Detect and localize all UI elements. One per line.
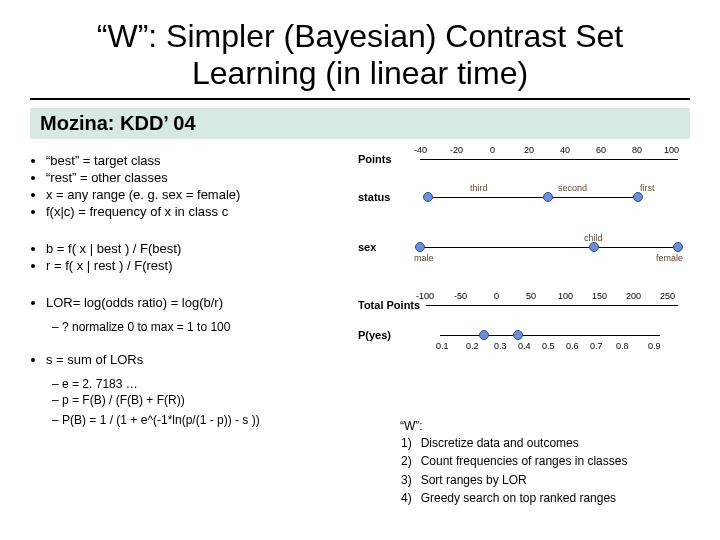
pts-t0: -40 <box>414 145 427 155</box>
marker-sex-male <box>415 242 425 252</box>
s-pb: P(B) = 1 / (1 + e^(-1*ln(p/(1 - p)) - s … <box>52 413 358 427</box>
val-child: child <box>584 233 603 243</box>
w-head: “W”: <box>400 418 700 434</box>
py-t4: 0.5 <box>542 341 555 351</box>
lor-formula: LOR= log(odds ratio) = log(b/r) <box>46 295 358 310</box>
py-t5: 0.6 <box>566 341 579 351</box>
tot-t2: 0 <box>494 291 499 301</box>
subtitle-bar: Mozina: KDD’ 04 <box>30 108 690 139</box>
lor-normalize: ? normalize 0 to max = 1 to 100 <box>52 320 358 334</box>
py-t1: 0.2 <box>466 341 479 351</box>
py-t0: 0.1 <box>436 341 449 351</box>
tot-t1: -50 <box>454 291 467 301</box>
pts-t2: 0 <box>490 145 495 155</box>
val-male: male <box>414 253 434 263</box>
definitions-list: “best” = target class “rest” = other cla… <box>46 153 358 219</box>
w-t1: Discretize data and outcomes <box>420 434 629 452</box>
py-t7: 0.8 <box>616 341 629 351</box>
axis-total <box>426 305 678 306</box>
w-t3: Sort ranges by LOR <box>420 471 629 489</box>
s-line: s = sum of LORs <box>46 352 358 367</box>
r-formula: r = f( x | rest ) / F(rest) <box>46 258 358 273</box>
marker-sex-female <box>673 242 683 252</box>
tot-t5: 150 <box>592 291 607 301</box>
w-t2: Count frequencies of ranges in classes <box>420 452 629 470</box>
pts-t3: 20 <box>524 145 534 155</box>
tot-t0: -100 <box>416 291 434 301</box>
val-female: female <box>656 253 683 263</box>
val-first: first <box>640 183 655 193</box>
py-t3: 0.4 <box>518 341 531 351</box>
w-steps-table: 1)Discretize data and outcomes 2)Count f… <box>400 434 628 507</box>
axis-pyes <box>440 335 660 336</box>
left-column: “best” = target class “rest” = other cla… <box>28 149 358 433</box>
marker-sex-child <box>589 242 599 252</box>
label-status: status <box>358 191 390 203</box>
lor-list: LOR= log(odds ratio) = log(b/r) <box>46 295 358 310</box>
val-third: third <box>470 183 488 193</box>
body-row: “best” = target class “rest” = other cla… <box>0 149 720 433</box>
s-e: e = 2. 7183 … <box>52 377 358 391</box>
label-pyes: P(yes) <box>358 329 391 341</box>
val-second: second <box>558 183 587 193</box>
b-formula: b = f( x | best ) / F(best) <box>46 241 358 256</box>
marker-pyes-2 <box>513 330 523 340</box>
tot-t3: 50 <box>526 291 536 301</box>
axis-sex <box>420 247 678 248</box>
def-fxc: f(x|c) = frequency of x in class c <box>46 204 358 219</box>
w-algorithm-box: “W”: 1)Discretize data and outcomes 2)Co… <box>400 418 700 507</box>
w-n4: 4) <box>400 489 420 507</box>
py-t8: 0.9 <box>648 341 661 351</box>
slide: “W”: Simpler (Bayesian) Contrast Set Lea… <box>0 0 720 540</box>
def-best: “best” = target class <box>46 153 358 168</box>
w-n2: 2) <box>400 452 420 470</box>
marker-pyes-1 <box>479 330 489 340</box>
pts-t1: -20 <box>450 145 463 155</box>
py-t2: 0.3 <box>494 341 507 351</box>
axis-status <box>428 197 638 198</box>
s-sub-list: e = 2. 7183 … p = F(B) / (F(B) + F(R)) <box>52 377 358 407</box>
label-total: Total Points <box>358 299 420 311</box>
w-n1: 1) <box>400 434 420 452</box>
w-n3: 3) <box>400 471 420 489</box>
axis-points <box>420 159 678 160</box>
s-p: p = F(B) / (F(B) + F(R)) <box>52 393 358 407</box>
right-column: Points -40 -20 0 20 40 60 80 100 status … <box>358 149 692 433</box>
tot-t4: 100 <box>558 291 573 301</box>
marker-status-second <box>543 192 553 202</box>
pts-t7: 100 <box>664 145 679 155</box>
w-t4: Greedy search on top ranked ranges <box>420 489 629 507</box>
pts-t4: 40 <box>560 145 570 155</box>
br-list: b = f( x | best ) / F(best) r = f( x | r… <box>46 241 358 273</box>
nomogram: Points -40 -20 0 20 40 60 80 100 status … <box>358 149 688 359</box>
def-rest: “rest” = other classes <box>46 170 358 185</box>
slide-title: “W”: Simpler (Bayesian) Contrast Set Lea… <box>0 0 720 98</box>
def-x: x = any range (e. g. sex = female) <box>46 187 358 202</box>
pts-t6: 80 <box>632 145 642 155</box>
lor-sub-list: ? normalize 0 to max = 1 to 100 <box>52 320 358 334</box>
label-sex: sex <box>358 241 376 253</box>
s-list: s = sum of LORs <box>46 352 358 367</box>
marker-status-third <box>423 192 433 202</box>
s-sub-list-2: P(B) = 1 / (1 + e^(-1*ln(p/(1 - p)) - s … <box>52 413 358 427</box>
title-underline <box>30 98 690 100</box>
py-t6: 0.7 <box>590 341 603 351</box>
pts-t5: 60 <box>596 145 606 155</box>
label-points: Points <box>358 153 392 165</box>
marker-status-first <box>633 192 643 202</box>
tot-t6: 200 <box>626 291 641 301</box>
tot-t7: 250 <box>660 291 675 301</box>
